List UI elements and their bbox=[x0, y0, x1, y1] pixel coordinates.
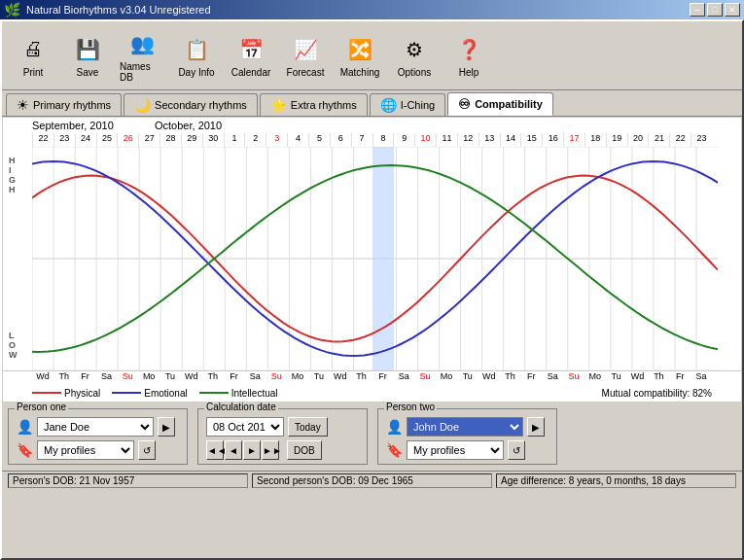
person-two-refresh-button[interactable]: ↺ bbox=[508, 440, 525, 460]
date-cell: 3 bbox=[266, 133, 287, 147]
date-cell: 28 bbox=[159, 133, 181, 147]
dow-cell: Mo bbox=[287, 371, 308, 384]
dow-cell: Wd bbox=[32, 371, 53, 384]
dow-cell: Su bbox=[563, 371, 585, 384]
toolbar-help-button[interactable]: ❓Help bbox=[443, 31, 494, 81]
date-nav-group: ◄◄ ◄ ► ►► bbox=[206, 440, 279, 460]
toolbar-options-button[interactable]: ⚙Options bbox=[389, 31, 440, 81]
prev-prev-button[interactable]: ◄◄ bbox=[206, 440, 224, 460]
person-one-profiles-row: 🔖 My profiles ↺ bbox=[17, 440, 179, 460]
emotional-legend: Emotional bbox=[112, 388, 187, 399]
date-cell: 14 bbox=[500, 133, 521, 147]
options-icon: ⚙ bbox=[399, 34, 430, 65]
minimize-button[interactable]: ─ bbox=[690, 3, 705, 17]
low-label: LOW bbox=[9, 332, 18, 361]
date-cell: 18 bbox=[585, 133, 606, 147]
statusbar-age-diff: Age difference: 8 years, 0 months, 18 da… bbox=[496, 473, 736, 488]
statusbar-person2-dob: Second person's DOB: 09 Dec 1965 bbox=[252, 473, 492, 488]
dow-cell: Sa bbox=[393, 371, 414, 384]
dow-cell: Wd bbox=[330, 371, 351, 384]
maximize-button[interactable]: □ bbox=[707, 3, 723, 17]
dow-cell: Th bbox=[648, 371, 669, 384]
date-cell: 27 bbox=[138, 133, 159, 147]
names-db-icon: 👥 bbox=[126, 28, 158, 59]
date-cell: 23 bbox=[53, 133, 75, 147]
dow-row: WdThFrSaSuMoTuWdThFrSaSuMoTuWdThFrSaSuMo… bbox=[3, 370, 741, 384]
forecast-icon: 📈 bbox=[290, 34, 321, 65]
toolbar-calendar-button[interactable]: 📅Calendar bbox=[226, 31, 276, 81]
person-one-label: Person one bbox=[15, 402, 68, 412]
person-two-profile-icon: 🔖 bbox=[386, 442, 403, 458]
toolbar: 🖨Print💾Save👥Names DB📋Day Info📅Calendar📈F… bbox=[2, 21, 742, 90]
statusbar: Person's DOB: 21 Nov 1957 Second person'… bbox=[2, 471, 742, 490]
toolbar-forecast-button[interactable]: 📈Forecast bbox=[280, 31, 331, 81]
dow-cell: Su bbox=[117, 371, 138, 384]
dow-cell: Fr bbox=[224, 371, 245, 384]
close-button[interactable]: ✕ bbox=[725, 3, 740, 17]
intellectual-legend: Intellectual bbox=[199, 388, 278, 399]
tab-bar: ☀Primary rhythms🌙Secondary rhythms⭐Extra… bbox=[2, 90, 742, 117]
intellectual-legend-label: Intellectual bbox=[231, 388, 278, 399]
date-cell: 10 bbox=[414, 133, 436, 147]
person-one-profile-icon: 🔖 bbox=[17, 442, 33, 458]
dow-cell: Mo bbox=[585, 371, 606, 384]
legend-row: Physical Emotional Intellectual Mutual c… bbox=[3, 384, 741, 402]
calc-date-nav-row: ◄◄ ◄ ► ►► DOB bbox=[206, 440, 359, 460]
emotional-legend-label: Emotional bbox=[144, 388, 187, 399]
date-cell: 2 bbox=[244, 133, 266, 147]
person-one-group: Person one 👤 Jane Doe ▶ 🔖 My profiles ↺ bbox=[8, 408, 188, 465]
compatibility-text: Mutual compatibility: 82% bbox=[602, 388, 712, 399]
person-one-select[interactable]: Jane Doe bbox=[37, 417, 154, 437]
date-cell: 17 bbox=[563, 133, 585, 147]
person-one-profiles-select[interactable]: My profiles bbox=[37, 440, 134, 460]
person-two-name-row: 👤 John Doe ▶ bbox=[386, 417, 549, 437]
dow-cell: Mo bbox=[138, 371, 159, 384]
main-window: 🖨Print💾Save👥Names DB📋Day Info📅Calendar📈F… bbox=[0, 19, 744, 560]
tab-primary-rhythms[interactable]: ☀Primary rhythms bbox=[6, 93, 122, 116]
next-next-button[interactable]: ►► bbox=[262, 440, 279, 460]
tab-compatibility[interactable]: ♾Compatibility bbox=[447, 92, 553, 116]
today-button[interactable]: Today bbox=[288, 417, 328, 437]
dow-cell: Tu bbox=[159, 371, 181, 384]
dow-cell: Th bbox=[53, 371, 75, 384]
dow-cell: Su bbox=[414, 371, 436, 384]
calendar-icon: 📅 bbox=[235, 34, 266, 65]
date-cell: 8 bbox=[372, 133, 394, 147]
dow-cell: Tu bbox=[457, 371, 478, 384]
dob-button[interactable]: DOB bbox=[287, 440, 322, 460]
high-label: HIGH bbox=[9, 157, 16, 195]
month-sep-label: September, 2010 bbox=[32, 120, 155, 133]
toolbar-save-button[interactable]: 💾Save bbox=[62, 31, 113, 81]
dow-cell: Th bbox=[351, 371, 372, 384]
dow-cell: Fr bbox=[75, 371, 96, 384]
calc-date-group: Calculation date 08 Oct 2010 Today ◄◄ ◄ … bbox=[197, 408, 368, 465]
person-one-name-row: 👤 Jane Doe ▶ bbox=[17, 417, 179, 437]
dow-cell: Su bbox=[266, 371, 287, 384]
tab-extra-rhythms[interactable]: ⭐Extra rhythms bbox=[260, 93, 368, 116]
toolbar-day-info-button[interactable]: 📋Day Info bbox=[171, 31, 222, 81]
person-two-profiles-select[interactable]: My profiles bbox=[407, 440, 504, 460]
toolbar-names-db-button[interactable]: 👥Names DB bbox=[117, 25, 167, 86]
date-cell: 1 bbox=[224, 133, 245, 147]
toolbar-matching-button[interactable]: 🔀Matching bbox=[335, 31, 385, 81]
date-cell: 4 bbox=[287, 133, 308, 147]
date-cell: 9 bbox=[393, 133, 414, 147]
person-one-detail-button[interactable]: ▶ bbox=[158, 417, 175, 437]
tab-i-ching[interactable]: 🌐I-Ching bbox=[370, 93, 445, 116]
prev-button[interactable]: ◄ bbox=[225, 440, 242, 460]
date-cell: 16 bbox=[542, 133, 563, 147]
person-one-refresh-button[interactable]: ↺ bbox=[138, 440, 156, 460]
person-two-detail-button[interactable]: ▶ bbox=[527, 417, 545, 437]
toolbar-print-button[interactable]: 🖨Print bbox=[8, 31, 58, 81]
tab-secondary-rhythms[interactable]: 🌙Secondary rhythms bbox=[124, 93, 258, 116]
calc-date-select[interactable]: 08 Oct 2010 bbox=[206, 417, 284, 437]
person-two-select[interactable]: John Doe bbox=[407, 417, 523, 437]
person-two-group: Person two 👤 John Doe ▶ 🔖 My profiles ↺ bbox=[377, 408, 557, 465]
dow-cell: Sa bbox=[244, 371, 266, 384]
date-cell: 26 bbox=[117, 133, 138, 147]
next-button[interactable]: ► bbox=[243, 440, 261, 460]
date-cell: 29 bbox=[181, 133, 202, 147]
date-cell: 25 bbox=[96, 133, 118, 147]
dow-cell: Sa bbox=[542, 371, 563, 384]
date-row: 2223242526272829301234567891011121314151… bbox=[3, 133, 741, 147]
